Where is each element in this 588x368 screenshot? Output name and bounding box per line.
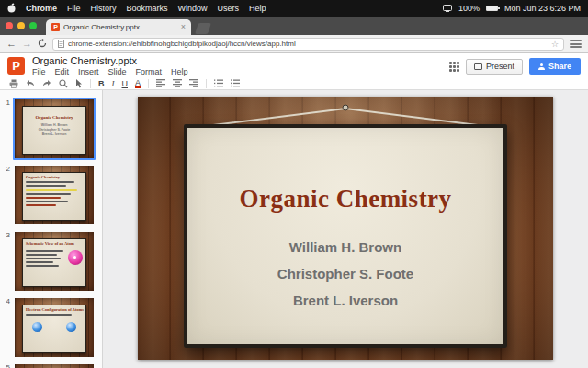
app-menu-slide[interactable]: Slide xyxy=(108,67,127,77)
text-line xyxy=(26,185,66,187)
text-line xyxy=(26,265,59,267)
app-menu-edit[interactable]: Edit xyxy=(55,67,70,77)
app-menu-file[interactable]: File xyxy=(32,67,46,77)
filmstrip-item-2: 2 Organic Chemistry xyxy=(2,164,96,226)
content-area: 1 Organic Chemistry William H. Brown Chr… xyxy=(0,90,588,368)
menubar-status-area: 100% Mon Jun 23 6:26 PM xyxy=(443,4,581,13)
thumbnail-wood-background: Organic Chemistry William H. Brown Chris… xyxy=(15,99,94,158)
app-menu-insert[interactable]: Insert xyxy=(78,67,99,77)
thumbnail-wood-background xyxy=(15,364,94,368)
current-slide[interactable]: Organic Chemistry William H. Brown Chris… xyxy=(138,97,553,360)
print-icon[interactable] xyxy=(9,79,18,88)
author-line: Christopher S. Foote xyxy=(187,260,504,287)
menu-bookmarks[interactable]: Bookmarks xyxy=(127,4,168,13)
url-field[interactable]: chrome-extension://ehibbfinohgbchigdbfpi… xyxy=(52,38,564,51)
filmstrip-item-3: 3 Schematic View of an Atom xyxy=(2,230,96,293)
sphere-graphic xyxy=(66,322,76,332)
thumbnail-board: Organic Chemistry William H. Brown Chris… xyxy=(22,106,86,155)
bookmark-star-icon[interactable]: ☆ xyxy=(551,40,559,49)
slide-thumbnail-2[interactable]: Organic Chemistry xyxy=(13,164,96,226)
author-line: Brent L. Iverson xyxy=(187,287,504,314)
display-status-icon[interactable] xyxy=(443,5,452,12)
thumb-author: Brent L. Iverson xyxy=(23,132,85,137)
slide-canvas[interactable]: Organic Chemistry William H. Brown Chris… xyxy=(103,90,588,368)
back-button[interactable]: ← xyxy=(6,39,17,49)
slide-thumbnail-1[interactable]: Organic Chemistry William H. Brown Chris… xyxy=(13,98,96,160)
close-window-button[interactable] xyxy=(6,22,13,29)
electron-spheres-graphic xyxy=(23,322,85,332)
apple-menu-icon[interactable] xyxy=(7,3,16,15)
slide-filmstrip[interactable]: 1 Organic Chemistry William H. Brown Chr… xyxy=(0,90,103,368)
new-tab-button[interactable] xyxy=(195,23,211,34)
document-title[interactable]: Organic Chemistry.pptx xyxy=(32,55,449,67)
menu-window[interactable]: Window xyxy=(178,4,208,13)
app-menu-help[interactable]: Help xyxy=(171,67,188,77)
thumb-slide-title: Organic Chemistry xyxy=(23,115,85,120)
slide-thumbnail-4[interactable]: Electron Configuration of Atoms xyxy=(13,296,96,359)
filmstrip-item-1: 1 Organic Chemistry William H. Brown Chr… xyxy=(2,98,96,160)
text-line xyxy=(26,197,61,199)
bold-button[interactable]: B xyxy=(98,79,105,88)
app-logo[interactable]: P xyxy=(7,57,25,75)
slide-thumbnail-5[interactable] xyxy=(13,362,96,368)
undo-icon[interactable] xyxy=(26,79,35,87)
text-line xyxy=(26,250,63,252)
italic-button[interactable]: I xyxy=(112,79,115,88)
tab-close-icon[interactable]: × xyxy=(181,23,186,31)
select-cursor-icon[interactable] xyxy=(75,79,83,88)
menu-help[interactable]: Help xyxy=(249,4,266,13)
app-title-area: Organic Chemistry.pptx File Edit Insert … xyxy=(32,55,449,77)
window-controls xyxy=(6,17,37,35)
app-menubar: File Edit Insert Slide Format Help xyxy=(32,67,449,77)
slide-number: 1 xyxy=(2,98,13,160)
battery-icon xyxy=(486,6,498,11)
slide-number: 3 xyxy=(2,230,13,293)
text-line xyxy=(26,254,57,256)
forward-button[interactable]: → xyxy=(22,39,32,49)
slide-number: 5 xyxy=(2,362,13,368)
align-center-icon[interactable] xyxy=(173,79,182,87)
numbered-list-icon[interactable] xyxy=(214,79,223,87)
menu-users[interactable]: Users xyxy=(218,4,240,13)
thumbnail-wood-background: Schematic View of an Atom xyxy=(15,232,94,291)
monitor-icon xyxy=(474,63,482,70)
present-button[interactable]: Present xyxy=(466,59,523,75)
app-menu-format[interactable]: Format xyxy=(136,67,163,77)
slide-number: 4 xyxy=(2,296,13,359)
text-line xyxy=(26,193,71,195)
zoom-window-button[interactable] xyxy=(29,22,37,29)
chrome-menu-icon[interactable] xyxy=(570,39,582,49)
slide-thumbnail-3[interactable]: Schematic View of an Atom xyxy=(13,230,96,293)
underline-button[interactable]: U xyxy=(122,79,129,88)
menu-history[interactable]: History xyxy=(91,4,117,13)
thumb-authors: William H. Brown Christopher S. Foote Br… xyxy=(23,123,85,137)
tab-title: Organic Chemistry.pptx xyxy=(63,23,177,31)
align-left-icon[interactable] xyxy=(156,79,165,87)
slide-title[interactable]: Organic Chemistry xyxy=(187,128,504,213)
refresh-button[interactable] xyxy=(38,39,47,50)
redo-icon[interactable] xyxy=(42,79,51,87)
slide-authors[interactable]: William H. Brown Christopher S. Foote Br… xyxy=(187,234,504,314)
apps-grid-icon[interactable] xyxy=(449,62,459,72)
browser-tab-strip: P Organic Chemistry.pptx × xyxy=(0,17,588,35)
align-right-icon[interactable] xyxy=(189,79,198,87)
text-color-button[interactable]: A xyxy=(135,79,141,88)
zoom-icon[interactable] xyxy=(59,79,68,88)
thumbnail-wood-background: Organic Chemistry xyxy=(15,166,94,224)
menu-chrome[interactable]: Chrome xyxy=(26,4,57,13)
filmstrip-item-4: 4 Electron Configuration of Atoms xyxy=(2,296,96,359)
thumbnail-board: Organic Chemistry xyxy=(22,172,86,221)
browser-tab[interactable]: P Organic Chemistry.pptx × xyxy=(46,19,191,35)
text-line xyxy=(26,201,68,202)
app-header-actions: Present Share xyxy=(449,55,581,77)
menu-file[interactable]: File xyxy=(67,4,81,13)
share-button[interactable]: Share xyxy=(529,58,581,75)
thumb-slide-title: Electron Configuration of Atoms xyxy=(26,307,85,312)
thumbnail-wood-background: Electron Configuration of Atoms xyxy=(15,298,94,357)
clock-menu[interactable]: Mon Jun 23 6:26 PM xyxy=(504,4,581,13)
bulleted-list-icon[interactable] xyxy=(231,79,240,87)
slide-number: 2 xyxy=(2,164,13,226)
minimize-window-button[interactable] xyxy=(17,22,25,29)
browser-address-bar: ← → chrome-extension://ehibbfinohgbchigd… xyxy=(0,35,588,53)
atom-diagram-graphic xyxy=(68,250,83,265)
